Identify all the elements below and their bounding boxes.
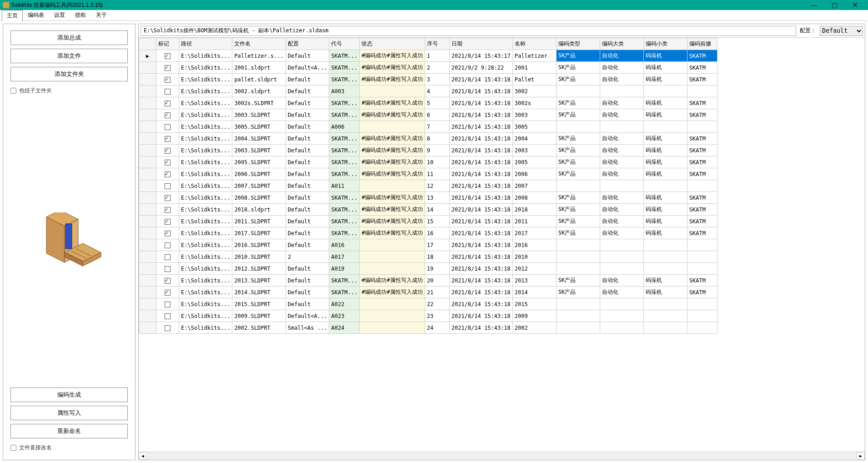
codetype-cell[interactable] bbox=[556, 263, 600, 275]
row-header[interactable] bbox=[139, 216, 156, 227]
date-cell[interactable]: 2021/8/14 15:43:18 bbox=[449, 156, 512, 168]
checkbox-icon[interactable] bbox=[165, 89, 171, 95]
cfg-cell[interactable]: Default bbox=[286, 298, 329, 310]
direct-rename-checkbox[interactable]: 文件直接改名 bbox=[10, 444, 128, 452]
table-header-cell[interactable]: 文件名 bbox=[232, 38, 286, 50]
checkbox-icon[interactable] bbox=[165, 171, 171, 177]
codemaj-cell[interactable] bbox=[600, 251, 643, 263]
status-cell[interactable]: #编码成功#属性写入成功 bbox=[360, 74, 425, 86]
add-file-button[interactable]: 添加文件 bbox=[10, 49, 128, 63]
checkbox-icon[interactable] bbox=[165, 231, 171, 237]
row-header[interactable] bbox=[139, 109, 156, 121]
mark-cell[interactable] bbox=[156, 180, 179, 192]
table-row[interactable]: E:\Solidkits...2005.SLDPRTDefaultSKATM..… bbox=[139, 156, 717, 168]
cfg-cell[interactable]: Default<A... bbox=[286, 310, 329, 322]
table-row[interactable]: ▶E:\Solidkits...Palletizer.s...DefaultSK… bbox=[139, 50, 717, 62]
status-cell[interactable] bbox=[360, 251, 425, 263]
file-cell[interactable]: Palletizer.s... bbox=[232, 50, 286, 62]
cfg-cell[interactable]: Default bbox=[286, 239, 329, 251]
mark-cell[interactable] bbox=[156, 62, 179, 74]
seq-cell[interactable]: 20 bbox=[425, 275, 449, 287]
checkbox-icon[interactable] bbox=[165, 136, 171, 142]
horizontal-scrollbar[interactable]: ◄ ► bbox=[139, 452, 865, 460]
codemin-cell[interactable]: 码垛机 bbox=[643, 74, 687, 86]
row-header[interactable] bbox=[139, 310, 156, 322]
status-cell[interactable]: #编码成功#属性写入成功 bbox=[360, 62, 425, 74]
date-cell[interactable]: 2021/8/14 15:43:18 bbox=[449, 180, 512, 192]
mark-cell[interactable] bbox=[156, 192, 179, 204]
table-row[interactable]: E:\Solidkits...3002.sldprtDefaultA003420… bbox=[139, 86, 717, 97]
seq-cell[interactable]: 11 bbox=[425, 168, 449, 180]
cfg-cell[interactable]: Default bbox=[286, 156, 329, 168]
code-cell[interactable]: SKATM... bbox=[329, 109, 360, 121]
codetype-cell[interactable] bbox=[556, 322, 600, 334]
path-cell[interactable]: E:\Solidkits... bbox=[179, 180, 232, 192]
seq-cell[interactable]: 15 bbox=[425, 216, 449, 227]
include-subfolder-checkbox[interactable]: 包括子文件夹 bbox=[10, 87, 128, 95]
cfg-cell[interactable]: Default<A... bbox=[286, 62, 329, 74]
path-cell[interactable]: E:\Solidkits... bbox=[179, 287, 232, 298]
status-cell[interactable] bbox=[360, 263, 425, 275]
seq-cell[interactable]: 24 bbox=[425, 322, 449, 334]
path-cell[interactable]: E:\Solidkits... bbox=[179, 275, 232, 287]
codetype-cell[interactable] bbox=[556, 180, 600, 192]
seq-cell[interactable]: 3 bbox=[425, 74, 449, 86]
checkbox-icon[interactable] bbox=[165, 278, 171, 284]
file-cell[interactable]: 3002.sldprt bbox=[232, 86, 286, 97]
path-cell[interactable]: E:\Solidkits... bbox=[179, 310, 232, 322]
date-cell[interactable]: 2021/8/14 15:43:18 bbox=[449, 310, 512, 322]
seq-cell[interactable]: 6 bbox=[425, 109, 449, 121]
table-row[interactable]: E:\Solidkits...2013.SLDPRTDefaultSKATM..… bbox=[139, 275, 717, 287]
cfg-cell[interactable]: 2 bbox=[286, 251, 329, 263]
seq-cell[interactable]: 19 bbox=[425, 263, 449, 275]
codepfx-cell[interactable]: SKATM bbox=[687, 156, 717, 168]
table-row[interactable]: E:\Solidkits...2004.SLDPRTDefaultSKATM..… bbox=[139, 133, 717, 145]
table-header-cell[interactable]: 编码类型 bbox=[556, 38, 600, 50]
codemin-cell[interactable] bbox=[643, 263, 687, 275]
codepfx-cell[interactable] bbox=[687, 263, 717, 275]
status-cell[interactable]: #编码成功#属性写入成功 bbox=[360, 109, 425, 121]
checkbox-icon[interactable] bbox=[165, 266, 171, 272]
row-header[interactable] bbox=[139, 275, 156, 287]
name-cell[interactable]: 3005 bbox=[512, 121, 556, 133]
codetype-cell[interactable]: SK产品 bbox=[556, 275, 600, 287]
generate-code-button[interactable]: 编码生成 bbox=[10, 388, 128, 402]
table-row[interactable]: E:\Solidkits...2006.SLDPRTDefaultSKATM..… bbox=[139, 168, 717, 180]
grid-wrap[interactable]: 标记路径文件名配置代号状态序号日期名称编码类型编码大类编码小类编码前缀 ▶E:\… bbox=[139, 38, 865, 452]
code-cell[interactable]: A023 bbox=[329, 310, 360, 322]
file-cell[interactable]: 3005.SLDPRT bbox=[232, 121, 286, 133]
table-row[interactable]: E:\Solidkits...2014.SLDPRTDefaultSKATM..… bbox=[139, 287, 717, 298]
checkbox-icon[interactable] bbox=[165, 290, 171, 296]
code-cell[interactable]: SKATM... bbox=[329, 216, 360, 227]
mark-cell[interactable] bbox=[156, 322, 179, 334]
checkbox-icon[interactable] bbox=[165, 242, 171, 248]
checkbox-icon[interactable] bbox=[165, 124, 171, 130]
codepfx-cell[interactable] bbox=[687, 239, 717, 251]
cfg-cell[interactable]: Default bbox=[286, 227, 329, 239]
status-cell[interactable]: #编码成功#属性写入成功 bbox=[360, 287, 425, 298]
path-cell[interactable]: E:\Solidkits... bbox=[179, 204, 232, 216]
mark-cell[interactable] bbox=[156, 310, 179, 322]
codemin-cell[interactable] bbox=[643, 86, 687, 97]
codemaj-cell[interactable]: 自动化 bbox=[600, 287, 643, 298]
row-header[interactable] bbox=[139, 298, 156, 310]
codetype-cell[interactable]: SK产品 bbox=[556, 204, 600, 216]
codepfx-cell[interactable] bbox=[687, 180, 717, 192]
cfg-cell[interactable]: Default bbox=[286, 121, 329, 133]
name-cell[interactable]: 2003 bbox=[512, 145, 556, 156]
cfg-cell[interactable]: Default bbox=[286, 180, 329, 192]
seq-cell[interactable]: 10 bbox=[425, 156, 449, 168]
table-row[interactable]: E:\Solidkits...2008.SLDPRTDefaultSKATM..… bbox=[139, 192, 717, 204]
write-property-button[interactable]: 属性写入 bbox=[10, 406, 128, 420]
name-cell[interactable]: 2001 bbox=[512, 62, 556, 74]
code-cell[interactable]: A016 bbox=[329, 239, 360, 251]
date-cell[interactable]: 2021/8/14 15:43:18 bbox=[449, 263, 512, 275]
code-cell[interactable]: A003 bbox=[329, 86, 360, 97]
table-header-cell[interactable]: 状态 bbox=[360, 38, 425, 50]
file-cell[interactable]: 2016.SLDPRT bbox=[232, 239, 286, 251]
seq-cell[interactable]: 1 bbox=[425, 50, 449, 62]
codemaj-cell[interactable]: 自动化 bbox=[600, 216, 643, 227]
table-header-cell[interactable]: 编码前缀 bbox=[687, 38, 717, 50]
codemaj-cell[interactable]: 自动化 bbox=[600, 192, 643, 204]
codepfx-cell[interactable]: SKATM bbox=[687, 74, 717, 86]
